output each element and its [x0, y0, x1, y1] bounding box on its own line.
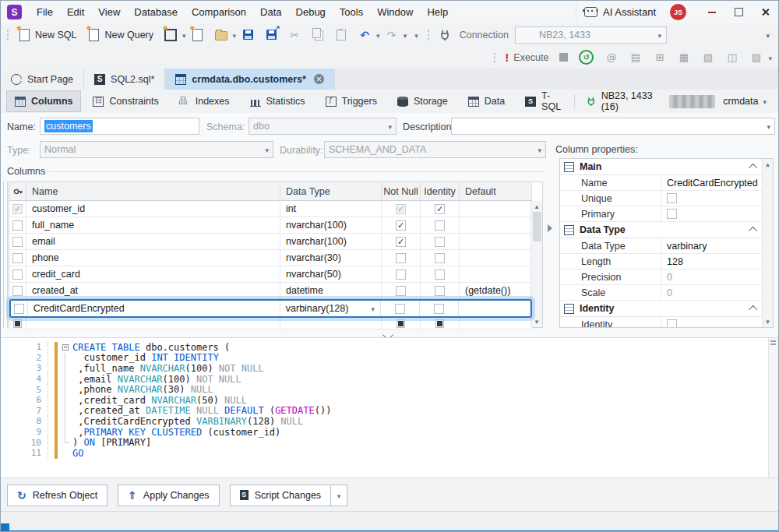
query-builder-button[interactable]: ▦ [671, 48, 696, 67]
properties-scroll-down-icon[interactable] [766, 318, 770, 326]
execute-button[interactable]: ! Execute [499, 48, 554, 67]
user-avatar-badge[interactable]: JS [670, 4, 686, 20]
new-query-button[interactable]: New Query [83, 26, 160, 44]
designer-tab-indexes[interactable]: Indexes [171, 90, 238, 112]
execute-toolbar-overflow[interactable] [768, 52, 772, 63]
property-value[interactable]: 0 [661, 285, 763, 300]
cell-name[interactable]: credit_card [26, 266, 280, 282]
cell-data-type[interactable]: nvarchar(30) [280, 250, 382, 266]
cell-not-null[interactable] [381, 301, 420, 316]
cell-pk[interactable] [9, 318, 26, 329]
code-line-4[interactable]: 4 ,email NVARCHAR(100) NOT NULL [1, 374, 778, 385]
grid-row-email[interactable]: emailnvarchar(100) [9, 234, 532, 250]
cell-not-null[interactable] [382, 217, 421, 233]
property-row-data-type[interactable]: Data Typevarbinary [560, 238, 763, 254]
property-group-identity[interactable]: Identity [560, 301, 763, 317]
checkbox-unchecked[interactable] [667, 319, 677, 328]
checkbox-unchecked[interactable] [14, 304, 24, 314]
minimize-button[interactable] [699, 1, 725, 23]
sql-preview-editor[interactable]: 1CREATE TABLE dbo.customers (2 customer_… [1, 337, 778, 477]
grid-row-phone[interactable]: phonenvarchar(30) [9, 250, 532, 266]
checkbox-unchecked[interactable] [435, 270, 445, 280]
table-name-input[interactable]: customers [40, 118, 199, 135]
designer-tab-statistics[interactable]: Statistics [241, 90, 314, 112]
menu-edit[interactable]: Edit [60, 1, 91, 23]
designer-tab-constraints[interactable]: Constraints [84, 90, 167, 112]
properties-splitter-arrow[interactable] [548, 224, 552, 232]
tab-start-page[interactable]: Start Page [1, 69, 84, 90]
menu-data[interactable]: Data [253, 1, 288, 23]
property-group-data-type[interactable]: Data Type [560, 222, 763, 238]
cell-not-null[interactable] [382, 201, 421, 217]
cell-data-type[interactable]: datetime [280, 283, 382, 298]
property-value[interactable] [661, 317, 763, 328]
property-row-unique[interactable]: Unique [560, 191, 763, 206]
menu-tools[interactable]: Tools [333, 1, 370, 23]
cell-default[interactable] [460, 266, 532, 282]
stop-button[interactable] [554, 48, 573, 67]
checkbox-unchecked[interactable] [395, 304, 405, 314]
code-line-5[interactable]: 5 ,phone NVARCHAR(30) NULL [1, 384, 778, 395]
designer-tab-columns[interactable]: Columns [6, 90, 81, 112]
data-type-dropdown-arrow[interactable] [371, 303, 375, 314]
cell-not-null[interactable] [382, 283, 421, 298]
grid-row-created_at[interactable]: created_atdatetime(getdate()) [9, 283, 532, 299]
cell-identity[interactable] [420, 301, 459, 316]
redo-dropdown[interactable] [404, 30, 407, 41]
property-value[interactable]: CreditCardEncrypted [661, 175, 763, 190]
toolbar-grip-2[interactable] [426, 28, 431, 42]
cell-pk[interactable] [9, 283, 26, 298]
cell-not-null[interactable] [382, 318, 421, 329]
grid-new-row[interactable] [9, 318, 532, 329]
code-line-7[interactable]: 7 ,created_at DATETIME NULL DEFAULT (GET… [1, 406, 778, 417]
cell-pk[interactable] [9, 234, 26, 249]
property-row-primary[interactable]: Primary [560, 206, 763, 222]
cell-pk[interactable] [9, 217, 26, 233]
checkbox-unchecked[interactable] [12, 270, 23, 280]
code-line-3[interactable]: 3 ,full_name NVARCHAR(100) NOT NULL [1, 363, 778, 374]
menu-view[interactable]: View [91, 1, 127, 23]
close-button[interactable] [752, 1, 778, 23]
cell-default[interactable] [460, 217, 532, 233]
collapse-chevron-icon[interactable] [749, 227, 757, 235]
grid-scroll-thumb[interactable] [533, 212, 541, 241]
code-line-2[interactable]: 2 customer_id INT IDENTITY [1, 353, 778, 364]
maximize-button[interactable] [725, 1, 752, 23]
cell-data-type[interactable]: nvarchar(100) [280, 234, 382, 249]
cell-identity[interactable] [421, 201, 460, 217]
fold-marker[interactable] [60, 342, 72, 353]
type-combobox[interactable]: Normal [40, 141, 273, 158]
cell-identity[interactable] [421, 250, 460, 266]
checkbox-unchecked[interactable] [12, 220, 23, 231]
cell-name[interactable] [26, 318, 280, 329]
new-window-button[interactable] [159, 26, 182, 44]
cell-default[interactable] [460, 201, 532, 217]
menu-file[interactable]: File [30, 1, 60, 23]
code-line-9[interactable]: 9 ,PRIMARY KEY CLUSTERED (customer_id) [1, 427, 778, 438]
connection-wizard-button[interactable] [433, 26, 456, 44]
scroll-up-icon[interactable] [535, 203, 539, 210]
code-line-8[interactable]: 8 ,CreditCardEncrypted VARBINARY(128) NU… [1, 416, 778, 427]
toolbar-overflow-dropdown[interactable] [766, 30, 770, 41]
property-value[interactable]: 128 [661, 254, 763, 269]
designer-tab-storage[interactable]: Storage [389, 90, 456, 112]
grid-vertical-scrollbar[interactable] [530, 201, 542, 327]
checkbox-unchecked[interactable] [12, 237, 23, 247]
collapsed-splitter[interactable] [3, 181, 8, 328]
new-sql-button[interactable]: New SQL [12, 26, 83, 44]
cell-name[interactable]: full_name [26, 217, 280, 233]
checkbox-unchecked[interactable] [12, 253, 23, 263]
designer-tab-data[interactable]: Data [460, 90, 513, 112]
server-name[interactable]: NB23, 1433 (16) [601, 90, 662, 112]
pivot-table-button[interactable]: ⊞ [647, 48, 671, 67]
collapse-chevron-icon[interactable] [749, 164, 757, 172]
description-input[interactable] [451, 118, 775, 135]
code-line-6[interactable]: 6 ,credit_card NVARCHAR(50) NULL [1, 395, 778, 406]
checkbox-unchecked[interactable] [435, 237, 445, 247]
checkbox-square[interactable] [13, 319, 22, 328]
cell-default[interactable] [460, 318, 532, 329]
cell-identity[interactable] [421, 318, 460, 329]
undo-dropdown[interactable] [376, 30, 380, 41]
grid-row-customer_id[interactable]: customer_idint [9, 201, 532, 217]
connection-combobox[interactable]: NB23, 1433 [515, 26, 667, 44]
